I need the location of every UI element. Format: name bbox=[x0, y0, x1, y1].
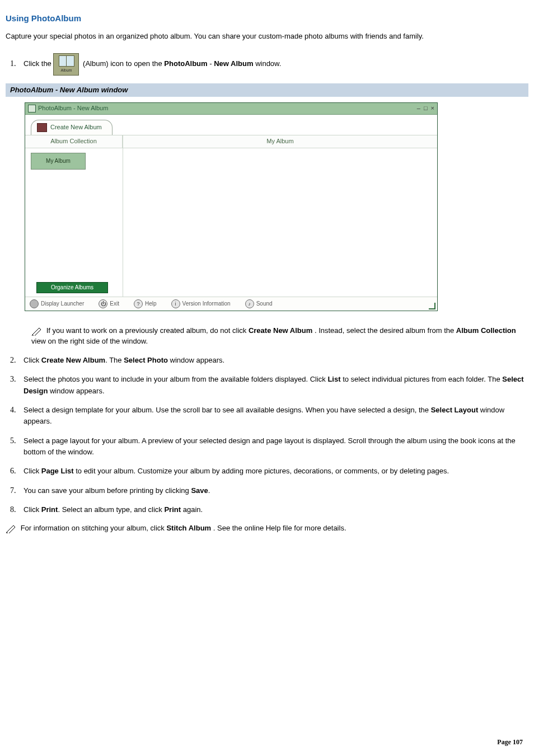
screenshot: PhotoAlbum - New Album – □ × Create New … bbox=[6, 97, 528, 316]
sound-icon: ♪ bbox=[245, 299, 254, 308]
sound-button[interactable]: ♪ Sound bbox=[245, 299, 273, 308]
note1-b2: Album Collection bbox=[456, 326, 516, 335]
exit-label: Exit bbox=[110, 300, 119, 308]
final-post: . See the online Help file for more deta… bbox=[213, 524, 346, 532]
workarea: Album Collection My Album Organize Album… bbox=[25, 135, 437, 297]
note-1: If you want to work on a previously crea… bbox=[31, 326, 528, 347]
step1-pre: Click the bbox=[24, 59, 53, 68]
left-col-header: Album Collection bbox=[25, 135, 123, 148]
launcher-label: Display Launcher bbox=[41, 300, 84, 308]
tab-create-new-album[interactable]: Create New Album bbox=[31, 120, 113, 135]
step-7: You can save your album before printing … bbox=[18, 485, 528, 496]
note1-mid: . Instead, select the desired album from… bbox=[315, 326, 456, 335]
step1-dash: - bbox=[209, 59, 214, 68]
steps-list: Click the Album (Album) icon to open the… bbox=[6, 53, 528, 76]
page-title: Using PhotoAlbum bbox=[6, 12, 528, 25]
step-6: Click Page List to edit your album. Cust… bbox=[18, 466, 528, 477]
window-title: PhotoAlbum - New Album bbox=[38, 104, 108, 113]
right-col-header: My Album bbox=[123, 135, 437, 148]
display-launcher-button[interactable]: Display Launcher bbox=[30, 299, 84, 308]
step-8: Click Print. Select an album type, and c… bbox=[18, 504, 528, 515]
app-icon bbox=[28, 105, 36, 112]
note1-b1: Create New Album bbox=[249, 326, 312, 335]
steps-list-cont: Click Create New Album. The Select Photo… bbox=[6, 355, 528, 515]
step1-post: window. bbox=[255, 59, 281, 68]
info-icon: i bbox=[171, 299, 180, 308]
final-b1: Stitch Album bbox=[166, 524, 211, 532]
final-note: For information on stitching your album,… bbox=[6, 523, 528, 534]
step-3: Select the photos you want to include in… bbox=[18, 374, 528, 397]
album-thumb[interactable]: My Album bbox=[31, 153, 86, 170]
help-label: Help bbox=[145, 300, 157, 308]
step-4: Select a design template for your album.… bbox=[18, 405, 528, 428]
close-button[interactable]: × bbox=[431, 104, 434, 113]
help-button[interactable]: ? Help bbox=[134, 299, 157, 308]
titlebar: PhotoAlbum - New Album – □ × bbox=[25, 103, 437, 115]
tabstrip: Create New Album bbox=[25, 115, 437, 135]
tab-label: Create New Album bbox=[50, 123, 102, 132]
create-album-icon bbox=[37, 123, 47, 132]
resize-handle[interactable] bbox=[429, 303, 435, 309]
organize-albums-button[interactable]: Organize Albums bbox=[36, 282, 108, 293]
exit-button[interactable]: ⏻ Exit bbox=[99, 299, 119, 308]
note1-post: view on the right side of the window. bbox=[31, 337, 148, 345]
maximize-button[interactable]: □ bbox=[424, 104, 428, 113]
sound-label: Sound bbox=[256, 300, 273, 308]
note-icon bbox=[31, 327, 43, 336]
footer-bar: Display Launcher ⏻ Exit ? Help i Version… bbox=[25, 297, 437, 311]
intro-text: Capture your special photos in an organi… bbox=[6, 31, 528, 42]
step1-mid: (Album) icon to open the bbox=[83, 59, 164, 68]
right-body bbox=[123, 148, 437, 297]
step-1: Click the Album (Album) icon to open the… bbox=[18, 53, 528, 76]
version-label: Version Information bbox=[182, 300, 231, 308]
album-icon-label: Album bbox=[54, 68, 78, 73]
minimize-button[interactable]: – bbox=[417, 104, 420, 113]
step-5: Select a page layout for your album. A p… bbox=[18, 435, 528, 458]
app-window: PhotoAlbum - New Album – □ × Create New … bbox=[25, 102, 438, 311]
note-icon bbox=[6, 524, 17, 533]
step-2: Click Create New Album. The Select Photo… bbox=[18, 355, 528, 366]
exit-icon: ⏻ bbox=[99, 299, 107, 308]
step1-b2: New Album bbox=[214, 59, 253, 68]
step1-b1: PhotoAlbum bbox=[164, 59, 207, 68]
help-icon: ? bbox=[134, 299, 143, 308]
final-pre: For information on stitching your album,… bbox=[21, 524, 167, 532]
launcher-icon bbox=[30, 299, 39, 308]
note1-pre: If you want to work on a previously crea… bbox=[46, 326, 249, 335]
album-icon: Album bbox=[53, 53, 79, 76]
version-info-button[interactable]: i Version Information bbox=[171, 299, 231, 308]
section-bar: PhotoAlbum - New Album window bbox=[6, 83, 528, 97]
